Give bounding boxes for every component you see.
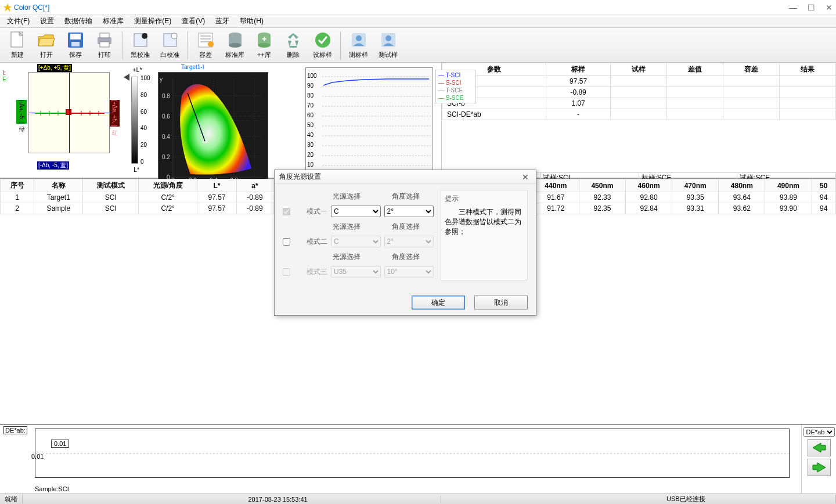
right-controls: DE*ab <box>801 425 836 494</box>
save-button[interactable]: 保存 <box>62 30 89 60</box>
de-chart: DE*ab: 0.01 0.01 Sample:SCI <box>0 425 801 494</box>
lstar-bar: +L* 1008060 40200 L* <box>121 65 156 175</box>
list-icon <box>196 31 215 49</box>
database-icon <box>226 31 244 49</box>
tolerance-button[interactable]: 容差 <box>192 30 219 60</box>
mode2-checkbox[interactable] <box>283 238 290 246</box>
param-table: 参数标样 试样差值 容差结果 SCI-L*97.57 SCI-a*-0.89 S… <box>441 63 836 178</box>
menu-standard-lib[interactable]: 标准库 <box>98 15 128 27</box>
user-icon <box>349 31 368 49</box>
cie-label: Target1-I <box>181 64 204 70</box>
dialog-title: 角度光源设置 <box>279 172 520 182</box>
cancel-button[interactable]: 取消 <box>474 296 528 309</box>
mode1-checkbox <box>283 208 290 215</box>
menu-measure[interactable]: 测量操作(E) <box>129 15 176 27</box>
svg-text:+: + <box>262 34 266 44</box>
svg-point-12 <box>171 33 177 39</box>
svg-point-27 <box>356 35 362 41</box>
prev-button[interactable] <box>808 439 831 456</box>
menu-view[interactable]: 查看(V) <box>177 15 210 27</box>
minimize-button[interactable]: — <box>789 3 797 12</box>
set-std-button[interactable]: 设标样 <box>308 30 337 60</box>
svg-point-23 <box>258 43 271 48</box>
status-time: 2017-08-23 15:53:41 <box>244 496 441 503</box>
menu-file[interactable]: 文件(F) <box>2 15 34 27</box>
svg-point-17 <box>208 41 214 47</box>
status-ready: 就绪 <box>0 495 23 503</box>
dialog-close-icon[interactable]: ✕ <box>520 172 531 182</box>
mode1-src-select[interactable]: C <box>331 206 381 217</box>
svg-marker-62 <box>813 443 826 452</box>
menu-settings[interactable]: 设置 <box>35 15 59 27</box>
menu-help[interactable]: 帮助(H) <box>235 15 268 27</box>
statusbar: 就绪 2017-08-23 15:53:41 USB已经连接 <box>0 494 836 504</box>
de-select[interactable]: DE*ab <box>803 427 835 437</box>
mode3-src-select: U35 <box>331 266 381 278</box>
svg-marker-63 <box>813 463 826 472</box>
new-button[interactable]: 新建 <box>3 30 31 60</box>
white-cal-icon <box>161 31 179 49</box>
svg-point-20 <box>229 43 242 48</box>
status-usb: USB已经连接 <box>662 495 836 503</box>
window-title: Color QC[*] <box>14 3 789 12</box>
print-button[interactable]: 打印 <box>91 30 118 60</box>
titlebar: Color QC[*] — ☐ ✕ <box>0 0 836 15</box>
printer-icon <box>95 31 114 49</box>
file-icon <box>8 31 27 49</box>
meas-sample-button[interactable]: 测试样 <box>374 30 402 60</box>
cie-plot: 0.8 0.6 0.4 0.2 0 y 0 0.2 0.4 0.6 x <box>158 72 268 185</box>
app-icon <box>3 3 12 12</box>
menubar: 文件(F) 设置 数据传输 标准库 测量操作(E) 查看(V) 蓝牙 帮助(H) <box>0 15 836 28</box>
database-plus-icon: + <box>255 31 273 49</box>
toolbar: 新建 打开 保存 打印 黑校准 白校准 容差 标准库 +++库 删除 设标样 测… <box>0 28 836 63</box>
dialog-tip: 提示 三种模式下，测得同色异谱数据皆以模式二为参照； <box>441 190 528 280</box>
spectrum-plot: 1009080 706050 403020 10 <box>305 67 433 178</box>
svg-point-29 <box>385 35 391 41</box>
angle-illuminant-dialog: 角度光源设置 ✕ 光源选择角度选择 模式一 C 2° 光源选择角度选择 模式二 … <box>274 170 536 316</box>
ok-button[interactable]: 确定 <box>412 296 465 309</box>
mode2-ang-select: 2° <box>384 236 434 247</box>
svg-rect-8 <box>100 42 109 47</box>
next-button[interactable] <box>808 459 831 476</box>
meas-std-button[interactable]: 测标样 <box>344 30 373 60</box>
black-cal-button[interactable]: 黑校准 <box>126 30 154 60</box>
white-cal-button[interactable]: 白校准 <box>156 30 184 60</box>
svg-point-25 <box>315 33 330 48</box>
svg-rect-5 <box>71 42 80 46</box>
folder-open-icon <box>37 31 56 49</box>
std-lib-button[interactable]: 标准库 <box>221 30 249 60</box>
mode3-checkbox <box>283 268 290 276</box>
maximize-button[interactable]: ☐ <box>808 3 815 12</box>
svg-marker-0 <box>3 3 12 12</box>
plus-lib-button[interactable]: +++库 <box>250 30 278 60</box>
svg-rect-4 <box>70 34 81 39</box>
close-button[interactable]: ✕ <box>826 3 833 12</box>
ab-plot: [+Δb, +5, 黄] [-Δb, -5, 蓝] [-Δa, -5, 绿] [… <box>14 65 118 175</box>
mode3-ang-select: 10° <box>384 266 434 278</box>
svg-marker-38 <box>124 74 129 81</box>
floppy-icon <box>66 31 85 49</box>
menu-data-transfer[interactable]: 数据传输 <box>60 15 97 27</box>
menu-bluetooth[interactable]: 蓝牙 <box>211 15 234 27</box>
check-icon <box>314 31 332 49</box>
open-button[interactable]: 打开 <box>33 30 60 60</box>
user2-icon <box>379 31 398 49</box>
ab-marker <box>66 109 71 115</box>
mode2-src-select: C <box>331 236 381 247</box>
recycle-icon <box>284 31 302 49</box>
ie-labels: I: E: <box>2 65 12 175</box>
svg-point-10 <box>142 33 147 39</box>
mode1-ang-select[interactable]: 2° <box>384 206 434 217</box>
svg-rect-7 <box>100 33 109 38</box>
spectrum-legend: — T-SCI — S-SCI — T-SCE — S-SCE <box>435 70 476 103</box>
black-cal-icon <box>131 31 150 49</box>
delete-button[interactable]: 删除 <box>279 30 307 60</box>
